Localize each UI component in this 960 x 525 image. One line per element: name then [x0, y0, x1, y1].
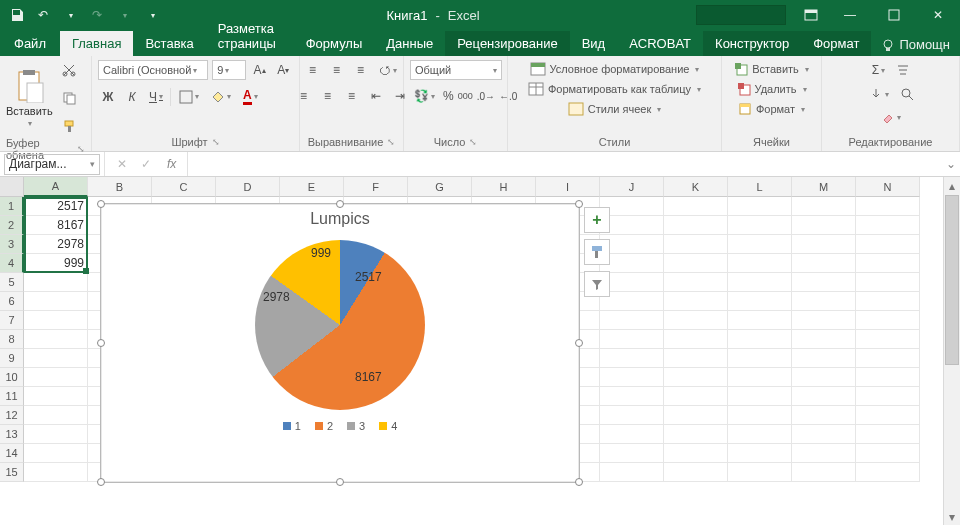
cell[interactable]	[24, 463, 88, 482]
row-header[interactable]: 2	[0, 216, 24, 235]
border-button[interactable]: ▾	[175, 88, 203, 106]
cell[interactable]	[24, 349, 88, 368]
paste-button[interactable]: Вставить ▾	[6, 69, 53, 128]
row-header[interactable]: 9	[0, 349, 24, 368]
formula-expand-button[interactable]: ⌄	[942, 157, 960, 171]
cell[interactable]	[664, 311, 728, 330]
cancel-formula-button[interactable]: ✕	[113, 157, 131, 171]
cell[interactable]	[600, 349, 664, 368]
align-center-button[interactable]: ≡	[318, 86, 338, 106]
row-header[interactable]: 7	[0, 311, 24, 330]
resize-handle[interactable]	[97, 478, 105, 486]
column-header[interactable]: B	[88, 177, 152, 197]
orientation-button[interactable]: ⭯▾	[375, 61, 401, 79]
cell[interactable]	[856, 444, 920, 463]
cell[interactable]	[856, 349, 920, 368]
cell[interactable]	[792, 368, 856, 387]
column-header[interactable]: D	[216, 177, 280, 197]
name-box[interactable]: Диаграм...▾	[4, 154, 100, 175]
ribbon-options-icon[interactable]	[794, 0, 828, 30]
chart-elements-button[interactable]: +	[584, 207, 610, 233]
column-header[interactable]: C	[152, 177, 216, 197]
format-as-table-button[interactable]: Форматировать как таблицу▾	[514, 80, 715, 98]
row-header[interactable]: 5	[0, 273, 24, 292]
align-right-button[interactable]: ≡	[342, 86, 362, 106]
redo-button[interactable]: ↷	[86, 4, 108, 26]
font-name-selector[interactable]: Calibri (Основной▾	[98, 60, 208, 80]
cell[interactable]	[792, 330, 856, 349]
cell[interactable]	[600, 368, 664, 387]
column-header[interactable]: I	[536, 177, 600, 197]
cell[interactable]: 2978	[24, 235, 88, 254]
comma-format-button[interactable]: 000	[458, 86, 473, 106]
redo-dropdown[interactable]: ▾	[114, 4, 136, 26]
tab-insert[interactable]: Вставка	[133, 31, 205, 56]
resize-handle[interactable]	[336, 200, 344, 208]
cell[interactable]	[664, 425, 728, 444]
underline-button[interactable]: Ч▾	[146, 87, 166, 107]
cells-area[interactable]: Lumpics 251781672978999 1234 + 251781672…	[24, 197, 943, 482]
cell[interactable]	[664, 254, 728, 273]
decrease-font-button[interactable]: A▾	[273, 60, 293, 80]
row-header[interactable]: 11	[0, 387, 24, 406]
cell[interactable]	[856, 254, 920, 273]
legend-item[interactable]: 2	[315, 420, 333, 432]
chart-filters-button[interactable]	[584, 271, 610, 297]
font-color-button[interactable]: A▾	[239, 86, 262, 107]
copy-button[interactable]	[59, 88, 79, 108]
cell[interactable]	[792, 292, 856, 311]
resize-handle[interactable]	[336, 478, 344, 486]
cell[interactable]	[856, 273, 920, 292]
font-dialog-launcher[interactable]: ⤡	[212, 137, 220, 147]
cell[interactable]	[664, 444, 728, 463]
cell[interactable]	[600, 330, 664, 349]
number-dialog-launcher[interactable]: ⤡	[469, 137, 477, 147]
clipboard-dialog-launcher[interactable]: ⤡	[77, 144, 85, 154]
cell[interactable]	[728, 235, 792, 254]
cell[interactable]	[728, 311, 792, 330]
cell[interactable]	[664, 330, 728, 349]
cell[interactable]	[792, 235, 856, 254]
cut-button[interactable]	[59, 60, 79, 80]
cell[interactable]	[856, 330, 920, 349]
cell[interactable]	[856, 387, 920, 406]
align-left-button[interactable]: ≡	[294, 86, 314, 106]
cell[interactable]	[728, 387, 792, 406]
select-all-corner[interactable]	[0, 177, 24, 197]
cell[interactable]	[856, 292, 920, 311]
row-header[interactable]: 6	[0, 292, 24, 311]
cell[interactable]	[664, 406, 728, 425]
legend-item[interactable]: 1	[283, 420, 301, 432]
tab-acrobat[interactable]: ACROBAT	[617, 31, 703, 56]
cell-styles-button[interactable]: Стили ячеек▾	[514, 100, 715, 118]
fill-button[interactable]: ▾	[865, 85, 893, 103]
cell[interactable]	[24, 292, 88, 311]
cell[interactable]	[728, 273, 792, 292]
tab-chart-format[interactable]: Формат	[801, 31, 871, 56]
cell[interactable]	[792, 197, 856, 216]
cell[interactable]	[792, 444, 856, 463]
column-header[interactable]: J	[600, 177, 664, 197]
accounting-format-button[interactable]: 💱▾	[410, 87, 439, 105]
find-select-button[interactable]	[897, 84, 917, 104]
tell-me[interactable]: Помощн	[871, 33, 960, 56]
cell[interactable]	[728, 330, 792, 349]
align-top-button[interactable]: ≡	[303, 60, 323, 80]
column-header[interactable]: M	[792, 177, 856, 197]
cell[interactable]	[24, 425, 88, 444]
tab-page-layout[interactable]: Разметка страницы	[206, 16, 294, 56]
cell[interactable]	[664, 235, 728, 254]
cell[interactable]	[600, 425, 664, 444]
bold-button[interactable]: Ж	[98, 87, 118, 107]
decrease-indent-button[interactable]: ⇤	[366, 86, 386, 106]
autosum-button[interactable]: Σ▾	[868, 61, 889, 79]
cell[interactable]	[856, 368, 920, 387]
scroll-thumb[interactable]	[945, 195, 959, 365]
resize-handle[interactable]	[97, 339, 105, 347]
pie-chart[interactable]: 251781672978999	[255, 240, 425, 410]
cell[interactable]	[664, 292, 728, 311]
cell[interactable]	[856, 406, 920, 425]
chart-styles-button[interactable]	[584, 239, 610, 265]
cell[interactable]	[664, 387, 728, 406]
column-header[interactable]: G	[408, 177, 472, 197]
